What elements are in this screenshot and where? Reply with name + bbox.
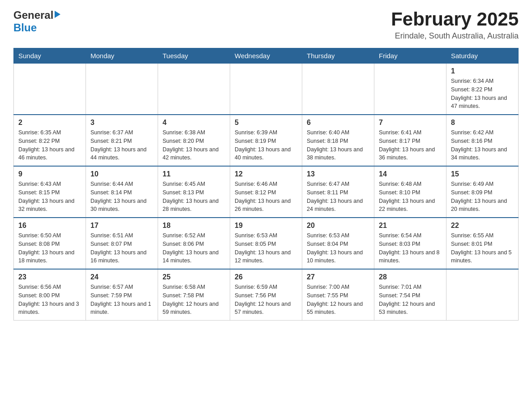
logo-blue-text: Blue: [13, 21, 37, 34]
calendar-week-row: 1Sunrise: 6:34 AMSunset: 8:22 PMDaylight…: [14, 64, 519, 115]
day-info: Sunrise: 6:41 AMSunset: 8:17 PMDaylight:…: [379, 128, 442, 162]
calendar-cell: 10Sunrise: 6:44 AMSunset: 8:14 PMDayligh…: [86, 166, 158, 218]
day-number: 22: [451, 222, 514, 230]
day-info: Sunrise: 6:59 AMSunset: 7:56 PMDaylight:…: [235, 283, 297, 317]
calendar-cell: [446, 269, 519, 321]
day-info: Sunrise: 6:50 AMSunset: 8:08 PMDaylight:…: [18, 231, 81, 265]
col-thursday: Thursday: [302, 48, 374, 64]
day-number: 16: [18, 222, 81, 230]
col-wednesday: Wednesday: [230, 48, 302, 64]
calendar-cell: 5Sunrise: 6:39 AMSunset: 8:19 PMDaylight…: [230, 115, 302, 166]
day-info: Sunrise: 6:51 AMSunset: 8:07 PMDaylight:…: [90, 231, 153, 265]
calendar-cell: 18Sunrise: 6:52 AMSunset: 8:06 PMDayligh…: [158, 218, 230, 269]
calendar-cell: 8Sunrise: 6:42 AMSunset: 8:16 PMDaylight…: [446, 115, 519, 166]
day-info: Sunrise: 6:56 AMSunset: 8:00 PMDaylight:…: [18, 283, 81, 317]
calendar-cell: 7Sunrise: 6:41 AMSunset: 8:17 PMDaylight…: [374, 115, 446, 166]
day-info: Sunrise: 6:53 AMSunset: 8:04 PMDaylight:…: [307, 231, 369, 265]
calendar-cell: 4Sunrise: 6:38 AMSunset: 8:20 PMDaylight…: [158, 115, 230, 166]
title-block: February 2025 Erindale, South Australia,…: [391, 9, 519, 41]
calendar-cell: 14Sunrise: 6:48 AMSunset: 8:10 PMDayligh…: [374, 166, 446, 218]
calendar-cell: 6Sunrise: 6:40 AMSunset: 8:18 PMDaylight…: [302, 115, 374, 166]
calendar-week-row: 23Sunrise: 6:56 AMSunset: 8:00 PMDayligh…: [14, 269, 519, 321]
day-info: Sunrise: 6:53 AMSunset: 8:05 PMDaylight:…: [235, 231, 297, 265]
location-subtitle: Erindale, South Australia, Australia: [391, 31, 519, 41]
day-info: Sunrise: 6:57 AMSunset: 7:59 PMDaylight:…: [90, 283, 153, 317]
calendar-week-row: 16Sunrise: 6:50 AMSunset: 8:08 PMDayligh…: [14, 218, 519, 269]
calendar-cell: [158, 64, 230, 115]
calendar-table: Sunday Monday Tuesday Wednesday Thursday…: [13, 48, 519, 321]
calendar-cell: 20Sunrise: 6:53 AMSunset: 8:04 PMDayligh…: [302, 218, 374, 269]
calendar-cell: 27Sunrise: 7:00 AMSunset: 7:55 PMDayligh…: [302, 269, 374, 321]
calendar-cell: 24Sunrise: 6:57 AMSunset: 7:59 PMDayligh…: [86, 269, 158, 321]
day-number: 27: [307, 273, 369, 281]
day-number: 17: [90, 222, 153, 230]
calendar-cell: 3Sunrise: 6:37 AMSunset: 8:21 PMDaylight…: [86, 115, 158, 166]
day-number: 20: [307, 222, 369, 230]
col-friday: Friday: [374, 48, 446, 64]
day-info: Sunrise: 6:45 AMSunset: 8:13 PMDaylight:…: [163, 180, 225, 214]
day-info: Sunrise: 6:46 AMSunset: 8:12 PMDaylight:…: [235, 180, 297, 214]
logo: General Blue: [13, 9, 60, 34]
day-info: Sunrise: 6:40 AMSunset: 8:18 PMDaylight:…: [307, 128, 369, 162]
day-number: 7: [379, 119, 442, 127]
calendar-cell: [14, 64, 86, 115]
day-info: Sunrise: 6:52 AMSunset: 8:06 PMDaylight:…: [163, 231, 225, 265]
day-number: 14: [379, 170, 442, 178]
day-number: 8: [451, 119, 514, 127]
day-number: 11: [163, 170, 225, 178]
logo-general-text: General: [13, 9, 53, 21]
day-info: Sunrise: 6:49 AMSunset: 8:09 PMDaylight:…: [451, 180, 514, 214]
page-header: General Blue February 2025 Erindale, Sou…: [13, 9, 519, 41]
col-saturday: Saturday: [446, 48, 519, 64]
calendar-cell: 25Sunrise: 6:58 AMSunset: 7:58 PMDayligh…: [158, 269, 230, 321]
col-monday: Monday: [86, 48, 158, 64]
calendar-cell: 21Sunrise: 6:54 AMSunset: 8:03 PMDayligh…: [374, 218, 446, 269]
calendar-cell: 16Sunrise: 6:50 AMSunset: 8:08 PMDayligh…: [14, 218, 86, 269]
calendar-cell: [374, 64, 446, 115]
day-number: 26: [235, 273, 297, 281]
day-number: 4: [163, 119, 225, 127]
month-title: February 2025: [391, 9, 519, 30]
calendar-cell: [230, 64, 302, 115]
calendar-cell: [86, 64, 158, 115]
calendar-cell: 9Sunrise: 6:43 AMSunset: 8:15 PMDaylight…: [14, 166, 86, 218]
day-number: 23: [18, 273, 81, 281]
day-info: Sunrise: 6:44 AMSunset: 8:14 PMDaylight:…: [90, 180, 153, 214]
day-info: Sunrise: 6:47 AMSunset: 8:11 PMDaylight:…: [307, 180, 369, 214]
day-number: 18: [163, 222, 225, 230]
day-number: 1: [451, 67, 514, 75]
col-tuesday: Tuesday: [158, 48, 230, 64]
day-number: 25: [163, 273, 225, 281]
calendar-week-row: 9Sunrise: 6:43 AMSunset: 8:15 PMDaylight…: [14, 166, 519, 218]
day-info: Sunrise: 6:39 AMSunset: 8:19 PMDaylight:…: [235, 128, 297, 162]
day-info: Sunrise: 6:55 AMSunset: 8:01 PMDaylight:…: [451, 231, 514, 265]
calendar-cell: 2Sunrise: 6:35 AMSunset: 8:22 PMDaylight…: [14, 115, 86, 166]
calendar-cell: 23Sunrise: 6:56 AMSunset: 8:00 PMDayligh…: [14, 269, 86, 321]
day-info: Sunrise: 6:54 AMSunset: 8:03 PMDaylight:…: [379, 231, 442, 265]
day-info: Sunrise: 6:42 AMSunset: 8:16 PMDaylight:…: [451, 128, 514, 162]
day-number: 3: [90, 119, 153, 127]
day-info: Sunrise: 6:43 AMSunset: 8:15 PMDaylight:…: [18, 180, 81, 214]
day-info: Sunrise: 6:34 AMSunset: 8:22 PMDaylight:…: [451, 77, 514, 111]
calendar-cell: 11Sunrise: 6:45 AMSunset: 8:13 PMDayligh…: [158, 166, 230, 218]
day-info: Sunrise: 6:37 AMSunset: 8:21 PMDaylight:…: [90, 128, 153, 162]
calendar-cell: 19Sunrise: 6:53 AMSunset: 8:05 PMDayligh…: [230, 218, 302, 269]
day-number: 9: [18, 170, 81, 178]
day-number: 24: [90, 273, 153, 281]
day-info: Sunrise: 7:01 AMSunset: 7:54 PMDaylight:…: [379, 283, 442, 317]
calendar-cell: 15Sunrise: 6:49 AMSunset: 8:09 PMDayligh…: [446, 166, 519, 218]
calendar-cell: 1Sunrise: 6:34 AMSunset: 8:22 PMDaylight…: [446, 64, 519, 115]
calendar-header-row: Sunday Monday Tuesday Wednesday Thursday…: [14, 48, 519, 64]
day-number: 10: [90, 170, 153, 178]
calendar-cell: 12Sunrise: 6:46 AMSunset: 8:12 PMDayligh…: [230, 166, 302, 218]
day-number: 13: [307, 170, 369, 178]
col-sunday: Sunday: [14, 48, 86, 64]
calendar-cell: 28Sunrise: 7:01 AMSunset: 7:54 PMDayligh…: [374, 269, 446, 321]
day-info: Sunrise: 6:58 AMSunset: 7:58 PMDaylight:…: [163, 283, 225, 317]
day-number: 19: [235, 222, 297, 230]
day-number: 2: [18, 119, 81, 127]
calendar-cell: 26Sunrise: 6:59 AMSunset: 7:56 PMDayligh…: [230, 269, 302, 321]
day-number: 15: [451, 170, 514, 178]
calendar-cell: 22Sunrise: 6:55 AMSunset: 8:01 PMDayligh…: [446, 218, 519, 269]
calendar-cell: 17Sunrise: 6:51 AMSunset: 8:07 PMDayligh…: [86, 218, 158, 269]
